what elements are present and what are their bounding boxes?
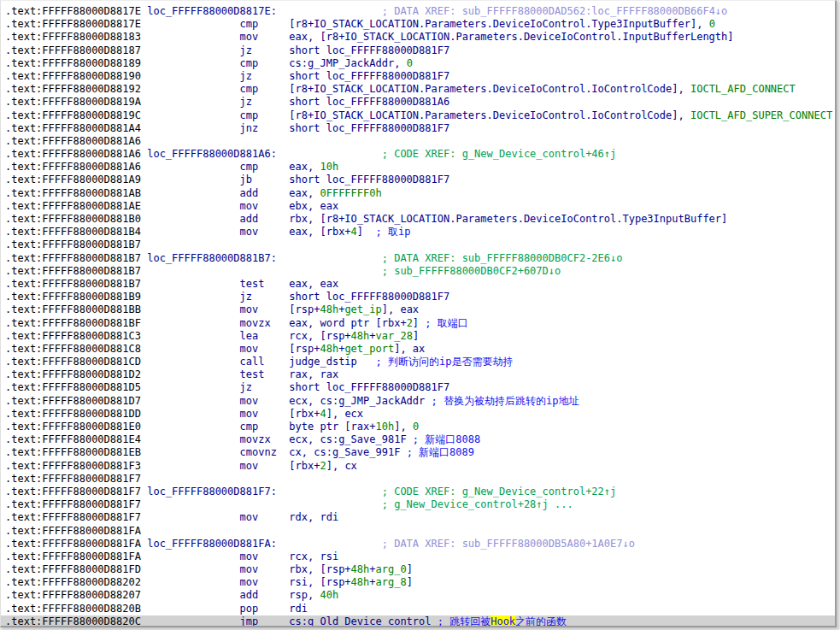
code-line[interactable]: .text:FFFFF88000D881B4 mov eax, [rbx+4] … [1, 226, 835, 238]
address-label: .text:FFFFF88000D881DD [5, 408, 141, 420]
code-text: cmp cs:g_JMP_JackAddr, [141, 57, 407, 69]
code-text: loc_FFFFF88000D8817E: [141, 5, 277, 17]
code-text: + [369, 330, 375, 342]
code-text: 10h [376, 421, 395, 433]
user-comment: ; 判断访问的ip是否需要劫持 [357, 356, 514, 368]
user-comment: ; 跳转回被 [438, 615, 490, 626]
xref-comment: ; CODE XREF: g_New_Device_control+46↑j [277, 148, 616, 160]
code-line[interactable]: .text:FFFFF88000D881D7 mov ecx, cs:g_JMP… [1, 395, 835, 408]
code-text: 48h [351, 576, 370, 588]
code-line[interactable]: .text:FFFFF88000D881FA [1, 525, 835, 538]
code-text: add rbx, [r8+IO_STACK_LOCATION.Parameter… [141, 213, 727, 225]
code-text: ] [407, 576, 413, 588]
code-text: cmp [r8+IO_STACK_LOCATION.Parameters.Dev… [141, 109, 690, 121]
code-line[interactable]: .text:FFFFF88000D881B9 jz short loc_FFFF… [1, 291, 835, 303]
code-text: 0 [709, 18, 715, 30]
address-label: .text:FFFFF88000D881FA [5, 525, 141, 537]
code-line[interactable]: .text:FFFFF88000D881F3 mov [rbx+2], cx [1, 460, 835, 473]
code-text: ], cx [326, 460, 357, 472]
code-line-selected[interactable]: .text:FFFFF88000D8820C jmp cs:g_Old_Devi… [1, 615, 835, 626]
code-line[interactable]: .text:FFFFF88000D881A9 jb short loc_FFFF… [1, 174, 835, 186]
code-line[interactable]: .text:FFFFF88000D88190 jz short loc_FFFF… [1, 70, 835, 83]
code-line[interactable]: .text:FFFFF88000D881FA loc_FFFFF88000D88… [1, 538, 835, 551]
address-label: .text:FFFFF88000D881A6 [5, 161, 141, 173]
code-text: mov [rsp+ [141, 343, 320, 355]
code-line[interactable]: .text:FFFFF88000D8817E cmp [r8+IO_STACK_… [1, 18, 835, 31]
code-line[interactable]: .text:FFFFF88000D881A4 jnz short loc_FFF… [1, 122, 835, 135]
code-line[interactable]: .text:FFFFF88000D881C3 lea rcx, [rsp+48h… [1, 330, 835, 343]
address-label: .text:FFFFF88000D88192 [5, 83, 141, 95]
code-line[interactable]: .text:FFFFF88000D881AE mov ebx, eax [1, 200, 835, 213]
code-line[interactable]: .text:FFFFF88000D881F7 mov rdx, rdi [1, 511, 835, 524]
code-line[interactable]: .text:FFFFF88000D8819C cmp [r8+IO_STACK_… [1, 109, 835, 122]
code-line[interactable]: .text:FFFFF88000D8819A jz short loc_FFFF… [1, 96, 835, 109]
code-text: 2 [407, 317, 413, 329]
code-line[interactable]: .text:FFFFF88000D881B0 add rbx, [r8+IO_S… [1, 213, 835, 226]
code-text: jb short loc_FFFFF88000D881F7 [141, 174, 449, 185]
code-line[interactable]: .text:FFFFF88000D881F7 [1, 473, 835, 486]
code-line[interactable]: .text:FFFFF88000D881CD call judge_dstip … [1, 356, 835, 368]
code-line[interactable]: .text:FFFFF88000D881E4 movzx ecx, cs:g_S… [1, 433, 835, 446]
code-text: mov eax, [rbx+ [141, 226, 351, 238]
code-line[interactable]: .text:FFFFF88000D881B7 [1, 238, 835, 251]
code-line[interactable]: .text:FFFFF88000D88207 add rsp, 40h [1, 589, 835, 602]
address-label: .text:FFFFF88000D881AB [5, 187, 141, 199]
code-text: IOCTL_AFD_CONNECT [690, 83, 796, 95]
code-text: mov ebx, eax [141, 200, 338, 212]
code-line[interactable]: .text:FFFFF88000D881AB add eax, 0FFFFFFF… [1, 187, 835, 200]
code-line[interactable]: .text:FFFFF88000D88183 mov eax, [r8+IO_S… [1, 31, 835, 44]
code-line[interactable]: .text:FFFFF88000D881A6 loc_FFFFF88000D88… [1, 148, 835, 161]
code-line[interactable]: .text:FFFFF88000D881BB mov [rsp+48h+get_… [1, 303, 835, 316]
code-line[interactable]: .text:FFFFF88000D8820B pop rdi [1, 603, 835, 615]
code-text: 10h [320, 161, 338, 173]
code-text: cmp byte ptr [rax+ [141, 421, 376, 433]
code-text: test eax, eax [141, 278, 338, 290]
code-line[interactable]: .text:FFFFF88000D881D5 jz short loc_FFFF… [1, 381, 835, 394]
code-text: 48h [320, 303, 338, 315]
code-text: ], ecx [326, 408, 363, 420]
code-text: arg_0 [376, 563, 407, 575]
code-line[interactable]: .text:FFFFF88000D881FA mov rcx, rsi [1, 551, 835, 563]
code-line[interactable]: .text:FFFFF88000D8817E loc_FFFFF88000D88… [1, 5, 835, 18]
code-line[interactable]: .text:FFFFF88000D88202 mov rsi, [rsp+48h… [1, 576, 835, 589]
code-line[interactable]: .text:FFFFF88000D881EB cmovnz cx, cs:g_S… [1, 446, 835, 459]
search-highlighted-word: Hook [490, 615, 515, 626]
code-line[interactable]: .text:FFFFF88000D881A6 [1, 135, 835, 148]
user-comment: ; 取端口 [425, 317, 467, 329]
disassembly-view[interactable]: .text:FFFFF88000D8817E loc_FFFFF88000D88… [1, 1, 835, 626]
user-comment: ; 取ip [363, 226, 410, 238]
code-text: mov rdx, rdi [141, 511, 338, 523]
code-line[interactable]: .text:FFFFF88000D88187 jz short loc_FFFF… [1, 44, 835, 57]
xref-comment: ; DATA XREF: sub_FFFFF88000DAD562:loc_FF… [277, 5, 727, 17]
code-line[interactable]: .text:FFFFF88000D881D2 test rax, rax [1, 368, 835, 381]
code-line[interactable]: .text:FFFFF88000D881B7 test eax, eax [1, 278, 835, 291]
address-label: .text:FFFFF88000D881BF [5, 317, 141, 329]
code-text: ] [413, 317, 425, 329]
code-text: loc_FFFFF88000D881F7: [141, 486, 277, 498]
code-line[interactable]: .text:FFFFF88000D881FD mov rbx, [rsp+48h… [1, 563, 835, 576]
code-line[interactable]: .text:FFFFF88000D88192 cmp [r8+IO_STACK_… [1, 83, 835, 96]
address-label: .text:FFFFF88000D881FA [5, 551, 141, 562]
xref-comment: ; g_New_Device_control+28↑j ... [141, 498, 573, 510]
code-line[interactable]: .text:FFFFF88000D881A6 cmp eax, 10h [1, 161, 835, 174]
code-line[interactable]: .text:FFFFF88000D881F7 ; g_New_Device_co… [1, 498, 835, 511]
code-line[interactable]: .text:FFFFF88000D881C8 mov [rsp+48h+get_… [1, 343, 835, 356]
code-line[interactable]: .text:FFFFF88000D88189 cmp cs:g_JMP_Jack… [1, 57, 835, 70]
code-text: mov [rbx+ [141, 460, 320, 472]
code-line[interactable]: .text:FFFFF88000D881DD mov [rbx+4], ecx [1, 408, 835, 421]
code-text: + [369, 576, 375, 588]
code-text: add eax, [141, 187, 320, 199]
code-line[interactable]: .text:FFFFF88000D881F7 loc_FFFFF88000D88… [1, 486, 835, 498]
code-line[interactable]: .text:FFFFF88000D881E0 cmp byte ptr [rax… [1, 421, 835, 433]
code-line[interactable]: .text:FFFFF88000D881B7 loc_FFFFF88000D88… [1, 252, 835, 265]
address-label: .text:FFFFF88000D881B4 [5, 226, 141, 238]
user-comment: 之前的函数 [515, 615, 567, 626]
address-label: .text:FFFFF88000D881F7 [5, 498, 141, 510]
code-text: jz short loc_FFFFF88000D881F7 [141, 70, 449, 82]
code-line[interactable]: .text:FFFFF88000D881B7 ; sub_FFFFF88000D… [1, 265, 835, 278]
code-text: ] [413, 330, 419, 342]
code-text: jz short loc_FFFFF88000D881A6 [141, 96, 449, 108]
address-label: .text:FFFFF88000D881FA [5, 538, 141, 550]
address-label: .text:FFFFF88000D8820B [5, 603, 141, 615]
code-line[interactable]: .text:FFFFF88000D881BF movzx eax, word p… [1, 317, 835, 330]
